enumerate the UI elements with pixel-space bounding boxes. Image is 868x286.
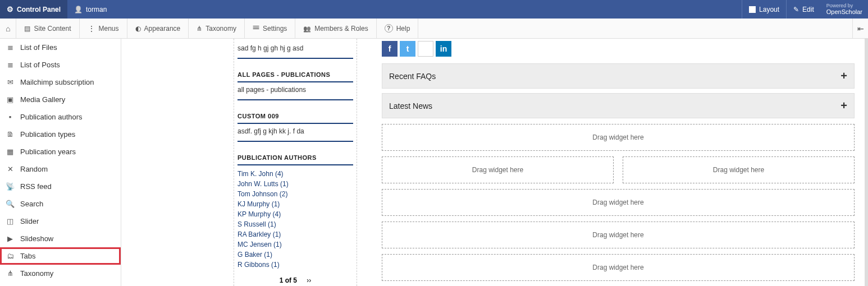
taxonomy-tab[interactable]: Taxonomy — [189, 19, 245, 38]
sidebar-item-label: Publication years — [20, 147, 76, 156]
tabs-icon: 🗂 — [6, 252, 15, 260]
sidebar-item-list-of-posts[interactable]: ≣List of Posts — [0, 56, 121, 73]
layout-canvas: f t ✉ in Recent FAQs + Latest News + Dra… — [368, 39, 868, 286]
widget-publication-authors[interactable]: PUBLICATION AUTHORS Tim K. John (4)John … — [234, 147, 357, 286]
pager-next[interactable]: ›› — [307, 276, 311, 284]
mail-icon: ✉ — [6, 78, 15, 86]
edit-button[interactable]: Edit — [786, 0, 821, 19]
home-icon — [6, 24, 10, 33]
pencil-icon — [793, 6, 799, 13]
sidebar-item-random[interactable]: ✕Random — [0, 160, 121, 178]
author-list: Tim K. John (4)John W. Lutts (1)Tom John… — [237, 169, 353, 270]
author-link[interactable]: KJ Murphy (1) — [237, 199, 353, 209]
widget-column: sad fg h gj gh hj g asd ALL PAGES - PUBL… — [234, 39, 357, 286]
sidebar-item-label: Taxonomy — [20, 269, 53, 278]
drop-zone[interactable]: Drag widget here — [623, 156, 855, 183]
sidebar-item-tabs[interactable]: 🗂Tabs — [0, 247, 121, 265]
layout-button[interactable]: Layout — [742, 0, 786, 19]
username-label: torman — [86, 6, 107, 13]
sidebar-item-mailchimp-subscription[interactable]: ✉Mailchimp subscription — [0, 73, 121, 91]
widget-all-pages-publications[interactable]: ALL PAGES - PUBLICATIONS all pages - pub… — [234, 64, 357, 106]
plus-icon: + — [840, 99, 847, 112]
settings-icon — [253, 24, 259, 33]
sidebar-item-list-of-files[interactable]: ≣List of Files — [0, 39, 121, 56]
email-icon[interactable]: ✉ — [418, 41, 433, 57]
main-toolbar: Site Content Menus Appearance Taxonomy S… — [0, 19, 868, 39]
sidebar-item-taxonomy[interactable]: ⋔Taxonomy — [0, 265, 121, 282]
control-panel-button[interactable]: Control Panel — [0, 0, 67, 19]
slideshow-icon: ▶ — [6, 234, 15, 243]
appearance-tab[interactable]: Appearance — [127, 19, 189, 38]
gear-icon — [7, 5, 13, 13]
sidebar-item-twitter-feed[interactable]: 🐦Twitter feed — [0, 282, 121, 286]
drop-zone[interactable]: Drag widget here — [382, 254, 855, 281]
drop-zone[interactable]: Drag widget here — [382, 189, 855, 216]
author-link[interactable]: John W. Lutts (1) — [237, 179, 353, 189]
media-icon: ▣ — [6, 95, 15, 104]
twitter-icon[interactable]: t — [400, 41, 415, 57]
collapse-toolbar-button[interactable] — [852, 19, 868, 38]
sidebar-item-rss-feed[interactable]: 📡RSS feed — [0, 178, 121, 195]
sidebar-item-media-gallery[interactable]: ▣Media Gallery — [0, 91, 121, 108]
sidebar-item-label: Slideshow — [20, 234, 53, 243]
site-content-tab[interactable]: Site Content — [16, 19, 79, 38]
linkedin-icon[interactable]: in — [436, 41, 451, 57]
content-icon — [24, 25, 30, 33]
sidebar-item-label: Media Gallery — [20, 95, 65, 104]
top-bar: Control Panel torman Layout Edit Powered… — [0, 0, 868, 19]
panel-recent-faqs[interactable]: Recent FAQs + — [382, 63, 855, 89]
menus-icon — [88, 24, 95, 33]
author-link[interactable]: R Gibbons (1) — [237, 260, 353, 270]
search-icon: 🔍 — [6, 200, 15, 208]
user-menu[interactable]: torman — [67, 6, 113, 13]
pager: 1 of 5 ›› — [237, 270, 353, 286]
layout-label: Layout — [759, 6, 779, 13]
drop-zone[interactable]: Drag widget here — [382, 156, 614, 183]
doc-icon: 🗎 — [6, 130, 15, 139]
sidebar-item-label: Mailchimp subscription — [20, 78, 94, 86]
members-icon — [303, 25, 311, 33]
home-button[interactable] — [0, 19, 16, 38]
control-panel-label: Control Panel — [17, 6, 61, 13]
powered-by: Powered by OpenScholar — [821, 3, 868, 16]
list-icon: ≣ — [6, 61, 15, 69]
drop-zone[interactable]: Drag widget here — [382, 124, 855, 151]
person-icon — [74, 6, 83, 13]
appearance-icon — [135, 25, 141, 33]
sidebar-item-slideshow[interactable]: ▶Slideshow — [0, 230, 121, 247]
author-link[interactable]: Tom Johnson (2) — [237, 189, 353, 199]
sidebar-item-publication-years[interactable]: ▦Publication years — [0, 143, 121, 160]
members-tab[interactable]: Members & Roles — [295, 19, 376, 38]
author-link[interactable]: G Baker (1) — [237, 250, 353, 260]
widget-custom-009[interactable]: CUSTOM 009 asdf. gfj g kjh kk j. f da — [234, 106, 357, 147]
edit-label: Edit — [802, 6, 814, 13]
settings-tab[interactable]: Settings — [245, 19, 295, 38]
share-bar: f t ✉ in — [382, 41, 862, 57]
sidebar-item-slider[interactable]: ◫Slider — [0, 213, 121, 230]
sidebar-item-label: Random — [20, 165, 48, 173]
taxonomy-icon — [197, 25, 202, 33]
panel-latest-news[interactable]: Latest News + — [382, 93, 855, 118]
sidebar-item-label: Tabs — [20, 252, 35, 260]
help-icon — [385, 24, 393, 33]
layout-icon — [749, 6, 756, 13]
sidebar-item-publication-types[interactable]: 🗎Publication types — [0, 126, 121, 143]
list-icon: ≣ — [6, 43, 15, 52]
menus-tab[interactable]: Menus — [80, 19, 127, 38]
slider-icon: ◫ — [6, 217, 15, 225]
sidebar-item-search[interactable]: 🔍Search — [0, 195, 121, 213]
author-link[interactable]: Tim K. John (4) — [237, 169, 353, 179]
author-link[interactable]: RA Barkley (1) — [237, 229, 353, 239]
author-link[interactable]: MC Jensen (1) — [237, 239, 353, 250]
sidebar-item-label: Publication types — [20, 130, 75, 139]
author-link[interactable]: KP Murphy (4) — [237, 209, 353, 219]
facebook-icon[interactable]: f — [382, 41, 398, 57]
sidebar-item-publication-authors[interactable]: ▪Publication authors — [0, 108, 121, 126]
drop-zone[interactable]: Drag widget here — [382, 222, 855, 248]
sidebar-item-label: Slider — [20, 217, 39, 225]
help-tab[interactable]: Help — [377, 19, 419, 38]
widget-custom-text[interactable]: sad fg h gj gh hj g asd — [234, 41, 357, 64]
author-link[interactable]: S Russell (1) — [237, 219, 353, 229]
main-area: ≣List of Files≣List of Posts✉Mailchimp s… — [0, 39, 868, 286]
cal-icon: ▦ — [6, 147, 15, 156]
